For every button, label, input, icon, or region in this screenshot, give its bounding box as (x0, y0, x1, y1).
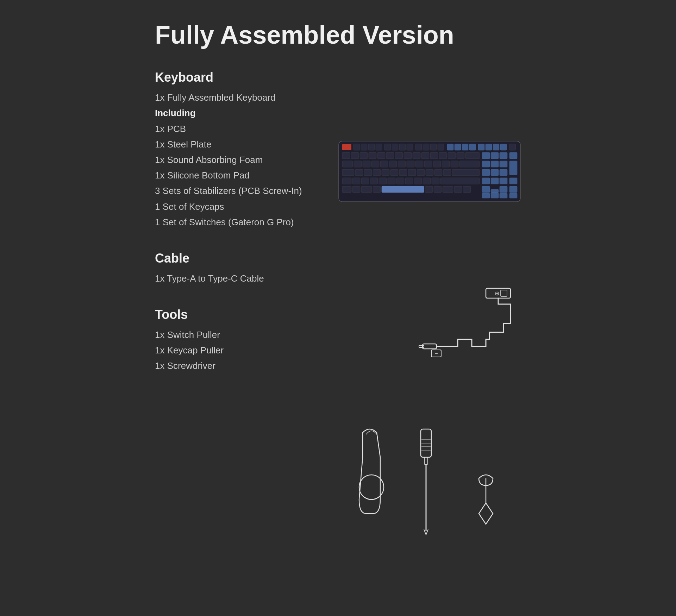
keyboard-item-including: Including (155, 105, 359, 121)
svg-rect-27 (377, 152, 385, 159)
svg-rect-9 (407, 144, 413, 150)
svg-rect-48 (398, 161, 406, 167)
svg-rect-61 (355, 169, 363, 176)
svg-rect-119 (424, 457, 428, 464)
keyboard-illustration (338, 140, 521, 204)
svg-rect-43 (354, 161, 362, 167)
tools-section-title: Tools (155, 307, 359, 322)
svg-rect-24 (351, 152, 359, 159)
svg-rect-104 (500, 186, 507, 193)
svg-rect-76 (342, 178, 351, 184)
tools-illustration (338, 422, 521, 549)
svg-rect-60 (342, 169, 354, 176)
svg-rect-17 (469, 144, 476, 150)
svg-rect-42 (342, 161, 353, 167)
svg-rect-28 (386, 152, 394, 159)
svg-rect-69 (426, 169, 433, 176)
tools-item-1: 1x Keycap Puller (155, 342, 359, 358)
svg-rect-94 (361, 186, 372, 193)
tools-section: Tools 1x Switch Puller 1x Keycap Puller … (155, 307, 359, 374)
svg-rect-15 (455, 144, 461, 150)
svg-rect-1 (342, 144, 351, 150)
svg-rect-54 (451, 161, 458, 167)
svg-rect-58 (500, 161, 507, 167)
svg-rect-101 (463, 186, 471, 193)
svg-rect-46 (380, 161, 388, 167)
svg-rect-96 (382, 186, 424, 193)
svg-rect-82 (396, 178, 404, 184)
svg-rect-34 (439, 152, 447, 159)
svg-rect-40 (500, 152, 507, 159)
svg-rect-92 (342, 186, 351, 193)
svg-rect-11 (423, 144, 429, 150)
svg-rect-29 (395, 152, 403, 159)
svg-rect-93 (352, 186, 360, 193)
tools-item-2: 1x Screwdriver (155, 358, 359, 373)
svg-rect-109 (509, 193, 517, 198)
svg-rect-87 (440, 178, 480, 184)
svg-rect-10 (415, 144, 422, 150)
svg-rect-106 (482, 193, 490, 198)
svg-rect-74 (491, 169, 499, 176)
svg-rect-89 (491, 178, 499, 184)
svg-rect-114 (419, 345, 424, 347)
svg-rect-81 (388, 178, 395, 184)
svg-rect-71 (443, 169, 451, 176)
svg-rect-22 (509, 144, 516, 150)
svg-rect-6 (384, 144, 391, 150)
svg-rect-56 (482, 161, 490, 167)
svg-rect-44 (363, 161, 370, 167)
keyboard-item-5: 1x Silicone Bottom Pad (155, 168, 359, 183)
svg-rect-36 (457, 152, 464, 159)
keyboard-item-0: 1x Fully Assembled Keyboard (155, 90, 359, 105)
svg-rect-103 (491, 189, 499, 193)
svg-rect-72 (452, 169, 480, 176)
svg-rect-18 (478, 144, 484, 150)
svg-rect-79 (370, 178, 378, 184)
svg-rect-84 (414, 178, 422, 184)
keyboard-section: Keyboard 1x Fully Assembled Keyboard Inc… (155, 70, 359, 230)
svg-rect-50 (415, 161, 423, 167)
keyboard-svg (338, 140, 521, 204)
svg-rect-100 (454, 186, 462, 193)
keyboard-section-title: Keyboard (155, 70, 359, 85)
svg-rect-86 (432, 178, 439, 184)
svg-rect-13 (438, 144, 444, 150)
svg-rect-85 (423, 178, 431, 184)
cable-illustration: ⊕ (401, 281, 521, 362)
svg-rect-25 (360, 152, 368, 159)
svg-rect-30 (404, 152, 412, 159)
keyboard-item-3: 1x Steel Plate (155, 137, 359, 152)
svg-rect-47 (389, 161, 397, 167)
svg-rect-90 (500, 178, 507, 184)
svg-rect-75 (500, 169, 507, 176)
svg-rect-23 (342, 152, 350, 159)
svg-rect-91 (509, 178, 517, 184)
svg-rect-5 (376, 144, 382, 150)
svg-rect-41 (509, 152, 517, 159)
svg-rect-4 (368, 144, 375, 150)
svg-rect-99 (443, 186, 453, 193)
keyboard-item-6: 3 Sets of Stabilizers (PCB Screw-In) (155, 183, 359, 199)
svg-rect-73 (482, 169, 490, 176)
svg-rect-53 (442, 161, 450, 167)
svg-rect-112 (501, 290, 507, 296)
svg-rect-35 (448, 152, 456, 159)
svg-rect-80 (379, 178, 387, 184)
svg-rect-55 (459, 161, 480, 167)
svg-rect-3 (361, 144, 367, 150)
svg-rect-31 (413, 152, 420, 159)
keyboard-item-7: 1 Set of Keycaps (155, 199, 359, 214)
svg-rect-68 (417, 169, 425, 176)
tools-item-0: 1x Switch Puller (155, 327, 359, 342)
svg-text:⊕: ⊕ (495, 290, 499, 296)
svg-rect-39 (491, 152, 499, 159)
svg-rect-57 (491, 161, 499, 167)
svg-rect-97 (425, 186, 433, 193)
svg-rect-95 (373, 186, 381, 193)
svg-rect-70 (434, 169, 442, 176)
svg-rect-105 (509, 186, 517, 193)
left-content: Keyboard 1x Fully Assembled Keyboard Inc… (155, 70, 359, 373)
svg-rect-65 (390, 169, 398, 176)
svg-rect-64 (382, 169, 389, 176)
